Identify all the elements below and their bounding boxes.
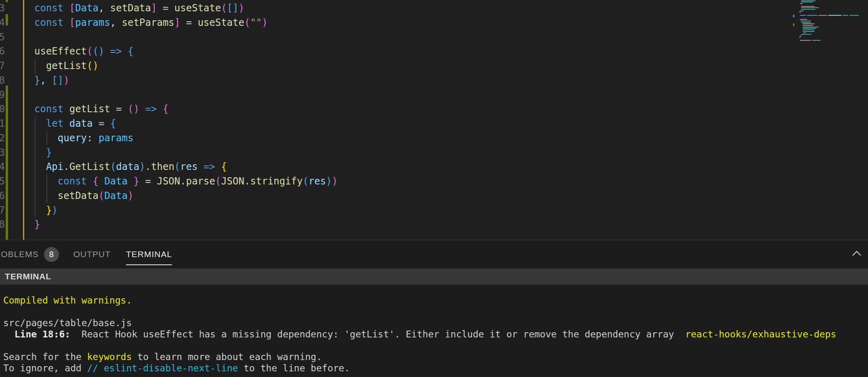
minimap-gutter-mark (793, 15, 795, 17)
terminal-line: src/pages/table/base.js (3, 317, 836, 329)
vscode-window: 13141516171819202122232425262728 const [… (0, 0, 868, 377)
tab-output-label: OUTPUT (73, 249, 111, 259)
line-numbers: 13141516171819202122232425262728 (0, 1, 5, 232)
minimap-code-line (801, 7, 819, 8)
line-number: 19 (0, 88, 5, 103)
terminal-output[interactable]: Compiled with warnings.src/pages/table/b… (3, 295, 836, 374)
bottom-panel: PROBLEMS 8 OUTPUT TERMINAL TERMINAL Comp… (0, 240, 868, 377)
tab-output[interactable]: OUTPUT (73, 240, 111, 268)
tab-problems-label: PROBLEMS (0, 249, 39, 259)
terminal-section-header: TERMINAL (0, 268, 868, 285)
problems-count-badge: 8 (44, 247, 59, 262)
code-line: } (34, 218, 338, 232)
code-line (34, 88, 338, 103)
line-number: 15 (0, 30, 5, 45)
minimap-code-line (801, 2, 813, 2)
code-line: useEffect(() => { (34, 44, 338, 59)
code-line: } (34, 146, 338, 160)
minimap-code-line (800, 15, 806, 16)
modified-line-indicator (6, 86, 8, 240)
minimap-code-line (801, 9, 816, 10)
line-number: 18 (0, 73, 5, 88)
modified-line-indicator (6, 0, 8, 2)
code-line: }) (34, 203, 338, 218)
code-line: let data = { (34, 117, 338, 131)
minimap-code-line (801, 34, 811, 35)
minimap-code-line (800, 3, 803, 4)
line-number: 27 (0, 203, 5, 218)
terminal-line: To ignore, add // eslint-disable-next-li… (3, 362, 836, 374)
minimap-code-line (812, 40, 821, 41)
line-number: 21 (0, 117, 5, 131)
code-line: }, []) (34, 73, 338, 88)
line-number: 28 (0, 218, 5, 232)
chevron-up-icon[interactable] (852, 250, 862, 257)
code-line (34, 30, 338, 45)
code-line: Api.GetList(data).then(res => { (34, 160, 338, 174)
line-number: 26 (0, 189, 5, 203)
code-line: const [params, setParams] = useState("") (34, 16, 338, 30)
modified-line-indicator (6, 14, 8, 25)
minimap-code-line (843, 15, 848, 16)
tab-terminal[interactable]: TERMINAL (126, 240, 172, 268)
line-number: 23 (0, 146, 5, 160)
minimap[interactable] (793, 0, 862, 44)
terminal-line (3, 306, 836, 317)
minimap-code-line (807, 15, 818, 16)
tab-problems[interactable]: PROBLEMS 8 (0, 240, 59, 268)
terminal-line (3, 340, 836, 351)
terminal-line: Compiled with warnings. (3, 295, 836, 306)
code-line: const { Data } = JSON.parse(JSON.stringi… (34, 174, 338, 189)
minimap-code-line (803, 29, 815, 30)
line-number: 22 (0, 131, 5, 146)
line-number: 17 (0, 59, 5, 73)
minimap-code-line (800, 40, 811, 41)
panel-tab-bar: PROBLEMS 8 OUTPUT TERMINAL (0, 240, 868, 268)
minimap-code-line (801, 21, 811, 21)
line-number: 25 (0, 174, 5, 189)
terminal-line: Line 18:6: React Hook useEffect has a mi… (3, 329, 836, 340)
minimap-code-line (818, 15, 827, 16)
indent-guide (23, 0, 24, 240)
code-line: const [Data, setData] = useState([]) (34, 1, 338, 16)
terminal-section-title: TERMINAL (5, 272, 51, 281)
minimap-code-line (799, 12, 801, 13)
minimap-code-line (828, 15, 842, 16)
line-number: 24 (0, 160, 5, 174)
minimap-code-line (800, 19, 807, 20)
minimap-code-line (849, 15, 859, 16)
line-number: 13 (0, 1, 5, 16)
minimap-code-line (803, 25, 813, 26)
code-line: const getList = () => { (34, 102, 338, 117)
code-line: query: params (34, 131, 338, 146)
code-lines[interactable]: const [Data, setData] = useState([])cons… (34, 1, 338, 232)
minimap-code-line (799, 37, 801, 38)
code-line: setData(Data) (34, 189, 338, 203)
terminal-line: Search for the keywords to learn more ab… (3, 351, 836, 362)
line-number: 16 (0, 44, 5, 59)
tab-terminal-label: TERMINAL (126, 249, 172, 259)
minimap-code-line (803, 28, 816, 29)
minimap-code-line (803, 23, 815, 24)
editor-pane[interactable]: 13141516171819202122232425262728 const [… (0, 0, 868, 240)
minimap-code-line (803, 32, 806, 33)
line-number: 14 (0, 16, 5, 30)
code-line: getList() (34, 59, 338, 73)
minimap-gutter-mark (793, 23, 795, 26)
line-number: 20 (0, 102, 5, 117)
